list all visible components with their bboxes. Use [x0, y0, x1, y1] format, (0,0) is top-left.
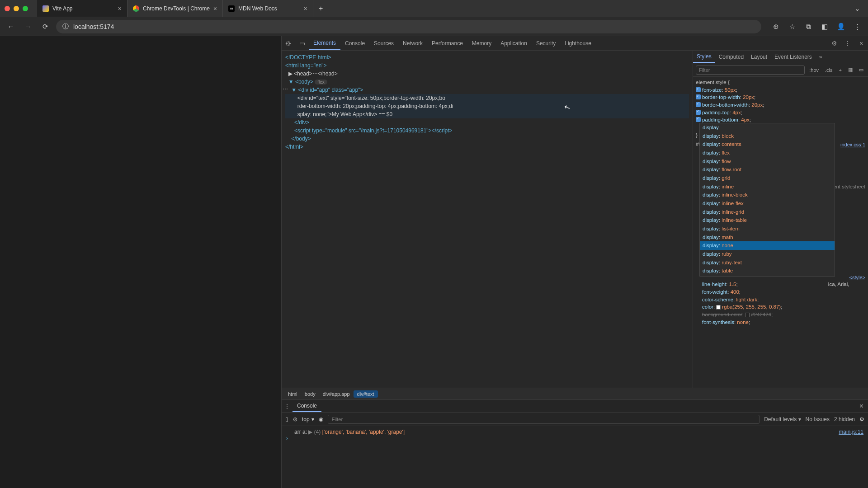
live-expression-icon[interactable]: ◉	[319, 416, 323, 422]
close-window-icon[interactable]	[5, 6, 10, 11]
dom-body-open[interactable]: ▼ <body> flex	[285, 78, 689, 86]
autocomplete-item[interactable]: display: inline-grid	[700, 208, 835, 216]
autocomplete-item[interactable]: display: flow	[700, 157, 835, 166]
zoom-icon[interactable]: ⊕	[769, 20, 782, 33]
autocomplete-item[interactable]: display: inline-flex	[700, 199, 835, 208]
bookmark-icon[interactable]: ☆	[786, 20, 798, 33]
tab-application[interactable]: Application	[496, 36, 532, 50]
autocomplete-item[interactable]: display: table	[700, 267, 835, 275]
back-button[interactable]: ←	[5, 20, 17, 33]
tab-lighthouse[interactable]: Lighthouse	[560, 36, 596, 50]
autocomplete-item[interactable]: display: flow-root	[700, 165, 835, 174]
more-icon[interactable]: ⋮	[841, 40, 854, 47]
chevron-down-icon[interactable]: ⌄	[851, 2, 863, 15]
tab-sources[interactable]: Sources	[369, 36, 398, 50]
dom-app-open[interactable]: ▼ <div id="app" class="app">	[285, 86, 689, 94]
tab-memory[interactable]: Memory	[467, 36, 496, 50]
console-log-area[interactable]: arr a: ▶ (4) ['orange', 'banana', 'apple…	[282, 426, 868, 488]
line-actions-icon[interactable]: ⋯	[283, 86, 288, 92]
style-prop[interactable]: border-bottom-width: 20px;	[696, 101, 865, 109]
style-prop[interactable]: font-weight: 400;	[696, 288, 865, 296]
reload-button[interactable]: ⟳	[39, 20, 52, 33]
autocomplete-item[interactable]: display: inline-table	[700, 216, 835, 225]
style-prop[interactable]: font-synthesis: none;	[696, 319, 865, 326]
tab-vite-app[interactable]: Vite App ×	[37, 0, 127, 17]
rule-selector[interactable]: element.style {	[696, 79, 865, 86]
clear-console-icon[interactable]: ⊘	[293, 416, 297, 422]
crumb-text[interactable]: div#text	[354, 390, 378, 398]
computed-toggle-icon[interactable]: ▦	[846, 67, 854, 73]
crumb-html[interactable]: html	[284, 390, 301, 398]
gear-icon[interactable]: ⚙	[827, 40, 841, 47]
flex-badge[interactable]: flex	[315, 80, 327, 84]
tab-computed[interactable]: Computed	[715, 51, 747, 63]
sidebar-toggle-icon[interactable]: ▯	[285, 416, 288, 422]
tab-chrome-devtools[interactable]: Chrome DevTools | Chrome ×	[127, 0, 223, 17]
style-prop[interactable]: color-scheme: light dark;	[696, 296, 865, 304]
hov-button[interactable]: :hov	[807, 67, 821, 73]
autocomplete-item[interactable]: display: math	[700, 233, 835, 242]
close-tab-icon[interactable]: ×	[213, 5, 217, 12]
style-prop[interactable]: padding-top: 4px;	[696, 109, 865, 117]
dom-app-close[interactable]: </div>	[285, 118, 689, 127]
hidden-count[interactable]: 2 hidden	[834, 416, 855, 422]
autocomplete-item[interactable]: display: flex	[700, 149, 835, 157]
autocomplete-item[interactable]: display: inline-block	[700, 191, 835, 199]
minimize-window-icon[interactable]	[14, 6, 19, 11]
tab-performance[interactable]: Performance	[427, 36, 467, 50]
styles-body[interactable]: element.style { font-size: 50px;border-t…	[693, 77, 868, 388]
execution-context[interactable]: top ▾	[302, 416, 314, 422]
style-prop[interactable]: background-color: #242424;	[696, 311, 865, 319]
rule-source-link[interactable]: index.css:1	[840, 141, 865, 149]
address-bar[interactable]: ⓘ localhost:5174	[56, 20, 761, 33]
console-settings-icon[interactable]: ⚙	[859, 416, 864, 422]
menu-icon[interactable]: ⋮	[851, 20, 863, 33]
autocomplete-item[interactable]: display: block	[700, 132, 835, 141]
tab-security[interactable]: Security	[532, 36, 560, 50]
close-drawer-icon[interactable]: ×	[855, 402, 868, 410]
close-devtools-icon[interactable]: ×	[854, 40, 868, 47]
dom-text-div[interactable]: <div id="text" style="font-size: 50px;bo…	[285, 94, 689, 102]
autocomplete-item[interactable]: display: list-item	[700, 225, 835, 233]
style-prop[interactable]: font-size: 50px;	[696, 86, 865, 94]
inspect-element-icon[interactable]: ⯐	[282, 40, 295, 47]
side-tabs-expand[interactable]: »	[816, 51, 826, 63]
autocomplete-item[interactable]: display: grid	[700, 174, 835, 183]
drawer-tab-console[interactable]: Console	[292, 400, 321, 412]
tab-styles[interactable]: Styles	[693, 51, 715, 63]
forward-button[interactable]: →	[22, 20, 34, 33]
autocomplete-item[interactable]: display: ruby	[700, 250, 835, 258]
dom-html-open[interactable]: <html lang="en">	[285, 62, 327, 69]
tab-elements[interactable]: Elements	[309, 36, 340, 50]
console-prompt[interactable]: ›	[286, 435, 292, 441]
crumb-app[interactable]: div#app.app	[319, 390, 354, 398]
log-expand[interactable]: ▶ (4)	[308, 429, 321, 435]
autocomplete-item[interactable]: display	[700, 123, 835, 132]
site-info-icon[interactable]: ⓘ	[62, 23, 69, 31]
close-tab-icon[interactable]: ×	[118, 5, 122, 12]
maximize-window-icon[interactable]	[23, 6, 28, 11]
sidepanel-icon[interactable]: ◧	[818, 20, 831, 33]
dom-script[interactable]: <script type="module" src="/main.js?t=17…	[285, 127, 689, 135]
styles-filter-input[interactable]	[696, 66, 805, 75]
tab-network[interactable]: Network	[398, 36, 427, 50]
style-prop[interactable]: color: rgba(255, 255, 255, 0.87);	[696, 303, 865, 311]
tab-event-listeners[interactable]: Event Listeners	[771, 51, 816, 63]
profile-icon[interactable]: 👤	[835, 20, 847, 33]
style-prop[interactable]: border-top-width: 20px;	[696, 94, 865, 101]
tab-console[interactable]: Console	[340, 36, 369, 50]
dom-html-close[interactable]: </html>	[285, 143, 689, 151]
new-tab-button[interactable]: +	[313, 5, 328, 13]
close-tab-icon[interactable]: ×	[304, 5, 307, 12]
extensions-icon[interactable]: ⧉	[802, 20, 815, 33]
autocomplete-item[interactable]: display: inline	[700, 183, 835, 191]
dom-head[interactable]: ▶ <head>⋯</head>	[285, 70, 689, 78]
autocomplete-item[interactable]: display: contents	[700, 140, 835, 149]
device-mode-icon[interactable]: ▭	[857, 67, 865, 73]
dom-text-div-line2[interactable]: rder-bottom-width: 20px;padding-top: 4px…	[285, 102, 689, 110]
autocomplete-item[interactable]: display: none	[700, 241, 835, 250]
tab-mdn[interactable]: m MDN Web Docs ×	[223, 0, 313, 17]
rule-source-style[interactable]: <style>	[849, 274, 865, 282]
css-autocomplete[interactable]: displaydisplay: blockdisplay: contentsdi…	[699, 123, 835, 277]
autocomplete-item[interactable]: display: table-caption	[700, 275, 835, 277]
